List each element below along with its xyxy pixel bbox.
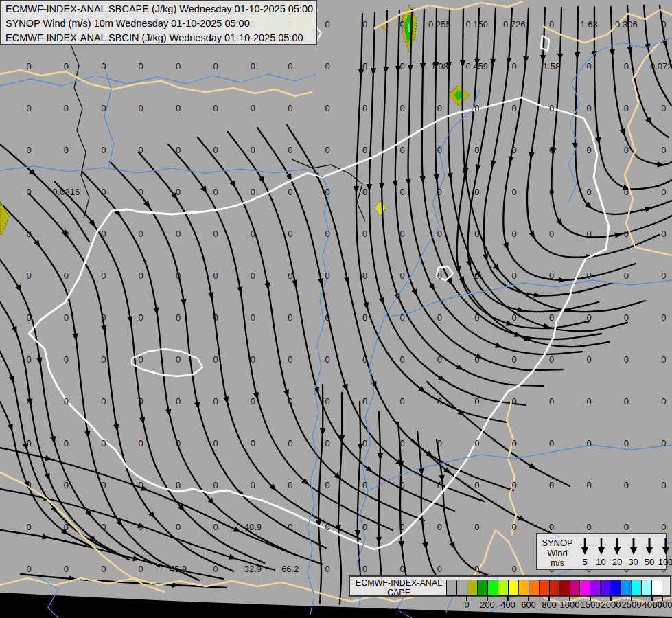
streamline-arrowhead-icon: [406, 179, 411, 186]
wind-down-arrow-icon: [644, 536, 655, 556]
wind-legend-title: SYNOP: [537, 538, 577, 548]
wind-streamline: [417, 431, 454, 589]
streamline-arrowhead-icon: [200, 185, 207, 193]
streamline-arrowhead-icon: [383, 67, 389, 74]
streamline-arrowhead-icon: [84, 431, 90, 438]
streamline-arrowhead-icon: [529, 231, 534, 239]
streamline-arrowhead-icon: [509, 156, 514, 163]
wind-down-arrow-icon: [596, 536, 607, 556]
streamline-arrowhead-icon: [264, 282, 270, 290]
streamline-arrowhead-icon: [358, 444, 363, 451]
streamline-arrowhead-icon: [137, 523, 145, 528]
cape-color-swatch: [487, 580, 498, 596]
streamline-arrowhead-icon: [354, 186, 359, 194]
streamline-arrowhead-icon: [36, 357, 42, 365]
wind-streamline: [369, 12, 526, 405]
wind-streamline: [575, 7, 672, 214]
streamline-arrowhead-icon: [475, 271, 481, 278]
cape-tick-label: 800: [542, 599, 557, 610]
lake-outline: [541, 36, 549, 51]
wind-speed-label: 100: [658, 557, 672, 567]
streamline-arrowhead-icon: [12, 326, 17, 334]
streamline-arrowhead-icon: [491, 160, 496, 168]
streamline-arrowhead-icon: [393, 181, 398, 188]
streamline-arrowhead-icon: [503, 242, 509, 250]
country-border: [374, 1, 523, 29]
wind-down-arrow-icon: [579, 536, 590, 556]
streamline-arrowhead-icon: [540, 55, 546, 62]
wind-legend-subtitle: Wind: [537, 548, 577, 558]
cape-color-swatch: [518, 580, 529, 596]
streamline-arrowhead-icon: [614, 233, 622, 238]
streamline-arrowhead-icon: [8, 424, 13, 431]
streamline-arrowhead-icon: [556, 218, 563, 226]
cape-legend-subtitle: CAPE: [353, 588, 445, 597]
streamline-arrowhead-icon: [101, 325, 106, 332]
wind-streamline: [338, 393, 342, 604]
cape-color-swatch: [529, 580, 539, 596]
streamline-arrowhead-icon: [506, 321, 513, 326]
streamline-arrowhead-icon: [449, 542, 454, 549]
streamline-arrowhead-icon: [363, 302, 369, 310]
cape-color-swatch: [569, 580, 579, 596]
streamline-arrowhead-icon: [208, 292, 213, 299]
wind-streamline: [257, 128, 484, 501]
streamline-arrowhead-icon: [181, 299, 186, 306]
cape-spot: [375, 201, 386, 216]
wind-speed-label: 5: [582, 557, 587, 567]
cape-color-swatch: [477, 580, 487, 596]
streamline-arrowhead-icon: [141, 485, 148, 491]
cape-color-swatch: [446, 580, 456, 596]
wind-speed-label: 50: [645, 557, 654, 567]
cape-tick-label: 0: [464, 599, 469, 610]
streamline-arrowhead-icon: [575, 52, 580, 60]
cape-color-swatch: [600, 580, 610, 596]
weather-map-app: 000000000000.2550.1500.72601.630.3060000…: [0, 0, 672, 618]
cape-color-swatch: [651, 580, 662, 596]
cape-color-swatch: [559, 580, 569, 596]
cape-color-swatch: [467, 580, 477, 596]
cape-color-swatch: [539, 580, 549, 596]
streamline-arrowhead-icon: [27, 398, 32, 406]
title-box: ECMWF-INDEX-ANAL SBCAPE (J/kg) Wednesday…: [0, 0, 317, 45]
streamline-arrowhead-icon: [495, 343, 502, 348]
wind-down-arrow-icon: [612, 536, 623, 556]
streamline-arrowhead-icon: [233, 527, 241, 532]
wind-speed-label: 10: [596, 557, 605, 567]
streamline-arrowhead-icon: [343, 384, 348, 391]
streamline-arrowhead-icon: [518, 515, 525, 521]
streamline-arrowhead-icon: [113, 424, 119, 431]
wind-streamline: [139, 152, 360, 539]
cape-color-swatch: [579, 580, 590, 596]
cape-legend-title: ECMWF-INDEX-ANAL: [353, 578, 445, 588]
cape-tick-label: 1500: [581, 599, 601, 610]
streamline-arrowhead-icon: [153, 307, 159, 314]
streamline-arrowhead-icon: [171, 192, 177, 200]
river: [369, 445, 672, 490]
streamline-arrowhead-icon: [517, 307, 524, 312]
cape-color-swatch: [549, 580, 559, 596]
cape-color-swatch: [456, 580, 467, 596]
streamline-arrowhead-icon: [476, 164, 481, 172]
wind-streamline: [527, 8, 659, 258]
wind-down-arrow-icon: [660, 536, 671, 556]
river: [0, 74, 316, 86]
streamline-arrowhead-icon: [483, 253, 488, 261]
wind-streamline: [398, 422, 406, 578]
streamline-arrowhead-icon: [320, 428, 325, 436]
streamline-arrowhead-icon: [428, 284, 435, 291]
wind-streamline: [0, 260, 159, 566]
title-line-sbcin: ECMWF-INDEX-ANAL SBCIN (J/kg) Wednesday …: [5, 31, 312, 45]
streamline-arrowhead-icon: [72, 333, 78, 341]
streamline-arrowhead-icon: [408, 65, 413, 72]
streamline-arrowhead-icon: [253, 392, 259, 400]
streamline-arrowhead-icon: [376, 537, 382, 545]
streamline-arrowhead-icon: [446, 62, 452, 69]
streamline-arrowhead-icon: [379, 297, 384, 305]
streamline-arrowhead-icon: [258, 176, 264, 183]
cape-color-swatch: [610, 580, 621, 596]
cape-colorbar: [446, 580, 662, 596]
wind-speed-label: 20: [612, 557, 622, 567]
wind-legend: SYNOP Wind m/s 510203050100: [536, 533, 667, 570]
streamline-arrowhead-icon: [127, 316, 132, 323]
